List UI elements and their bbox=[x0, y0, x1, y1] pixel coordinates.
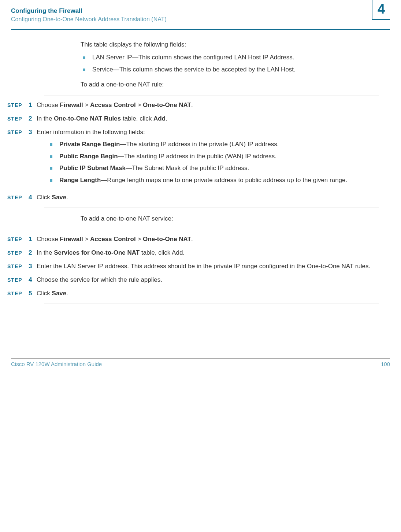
header-title: Configuring the Firewall bbox=[11, 7, 390, 15]
lead-text: To add a one-to-one NAT service: bbox=[81, 215, 379, 223]
step-bullet-list: Private Range Begin—The starting IP addr… bbox=[48, 140, 379, 185]
step-label: STEP bbox=[7, 262, 29, 270]
step-label: STEP bbox=[7, 193, 29, 201]
step-text: Choose Firewall > Access Control > One-t… bbox=[37, 101, 379, 110]
header-subtitle: Configuring One-to-One Network Address T… bbox=[11, 16, 390, 23]
step-row: STEP 5 Click Save. bbox=[7, 289, 379, 298]
step-row: STEP 3 Enter information in the followin… bbox=[7, 128, 379, 189]
list-item: Public Range Begin—The starting IP addre… bbox=[48, 152, 379, 161]
step-divider bbox=[44, 303, 379, 303]
bullet-label: Range Length bbox=[59, 177, 101, 184]
step-text: In the Services for One-to-One NAT table… bbox=[37, 249, 379, 257]
step-number: 1 bbox=[29, 235, 37, 244]
step-row: STEP 1 Choose Firewall > Access Control … bbox=[7, 101, 379, 110]
step-label: STEP bbox=[7, 235, 29, 243]
bullet-text: —This column shows the service to be acc… bbox=[113, 66, 296, 73]
bullet-label: Service bbox=[92, 66, 113, 73]
step-row: STEP 3 Enter the LAN Server IP address. … bbox=[7, 262, 379, 271]
chapter-number-badge: 4 bbox=[372, 0, 390, 20]
step-text: Choose Firewall > Access Control > One-t… bbox=[37, 235, 379, 244]
step-row: STEP 2 In the Services for One-to-One NA… bbox=[7, 249, 379, 257]
list-item: Range Length—Range length maps one to on… bbox=[48, 176, 379, 185]
bullet-text: —This column shows the configured LAN Ho… bbox=[132, 54, 294, 61]
list-item: Service—This column shows the service to… bbox=[81, 66, 379, 74]
page-content: This table displays the following fields… bbox=[0, 30, 401, 325]
bullet-label: Public Range Begin bbox=[59, 153, 118, 160]
step-number: 3 bbox=[29, 128, 37, 137]
step-text: In the One-to-One NAT Rules table, click… bbox=[37, 115, 379, 123]
step-divider bbox=[44, 96, 379, 96]
lead-text: To add a one-to-one NAT rule: bbox=[81, 81, 379, 89]
step-row: STEP 1 Choose Firewall > Access Control … bbox=[7, 235, 379, 244]
step-number: 2 bbox=[29, 115, 37, 123]
step-label: STEP bbox=[7, 276, 29, 284]
bullet-label: LAN Server IP bbox=[92, 54, 132, 61]
step-divider bbox=[44, 207, 379, 207]
bullet-text: —The starting IP address in the public (… bbox=[118, 153, 276, 160]
step-number: 1 bbox=[29, 101, 37, 110]
step-row: STEP 4 Choose the service for which the … bbox=[7, 276, 379, 284]
list-item: Private Range Begin—The starting IP addr… bbox=[48, 140, 379, 149]
step-text: Choose the service for which the rule ap… bbox=[37, 276, 379, 284]
list-item: LAN Server IP—This column shows the conf… bbox=[81, 53, 379, 62]
step-text: Click Save. bbox=[37, 193, 379, 202]
list-item: Public IP Subnet Mask—The Subnet Mask of… bbox=[48, 164, 379, 173]
bullet-icon bbox=[50, 179, 52, 182]
step-text: Enter information in the following field… bbox=[37, 128, 379, 189]
bullet-text: —The Subnet Mask of the public IP addres… bbox=[126, 165, 249, 171]
bullet-icon bbox=[50, 167, 52, 170]
step-number: 2 bbox=[29, 249, 37, 257]
bullet-icon bbox=[83, 56, 85, 59]
step-label: STEP bbox=[7, 101, 29, 109]
step-number: 3 bbox=[29, 262, 37, 271]
footer-page-number: 100 bbox=[381, 361, 390, 367]
step-number: 5 bbox=[29, 289, 37, 298]
step-divider bbox=[44, 230, 379, 230]
step-row: STEP 4 Click Save. bbox=[7, 193, 379, 202]
step-number: 4 bbox=[29, 193, 37, 202]
step-label: STEP bbox=[7, 128, 29, 136]
step-label: STEP bbox=[7, 289, 29, 297]
steps-block-service: STEP 1 Choose Firewall > Access Control … bbox=[7, 230, 379, 303]
bullet-icon bbox=[50, 155, 52, 158]
step-text: Click Save. bbox=[37, 289, 379, 298]
step-text: Enter the LAN Server IP address. This ad… bbox=[37, 262, 379, 271]
bullet-text: —The starting IP address in the private … bbox=[120, 141, 279, 148]
intro-bullet-list: LAN Server IP—This column shows the conf… bbox=[81, 53, 379, 74]
bullet-icon bbox=[50, 143, 52, 146]
bullet-icon bbox=[83, 69, 85, 71]
footer-divider bbox=[11, 358, 390, 359]
page-footer: Cisco RV 120W Administration Guide 100 bbox=[0, 361, 401, 378]
step-label: STEP bbox=[7, 249, 29, 256]
step-row: STEP 2 In the One-to-One NAT Rules table… bbox=[7, 115, 379, 123]
bullet-label: Public IP Subnet Mask bbox=[59, 165, 126, 171]
bullet-text: —Range length maps one to one private ad… bbox=[101, 177, 347, 184]
intro-text: This table displays the following fields… bbox=[81, 41, 379, 49]
step-number: 4 bbox=[29, 276, 37, 284]
step-label: STEP bbox=[7, 115, 29, 122]
steps-block-rule: STEP 1 Choose Firewall > Access Control … bbox=[7, 96, 379, 208]
page-header: Configuring the Firewall Configuring One… bbox=[0, 0, 401, 23]
footer-guide-name: Cisco RV 120W Administration Guide bbox=[11, 361, 102, 367]
bullet-label: Private Range Begin bbox=[59, 141, 120, 148]
